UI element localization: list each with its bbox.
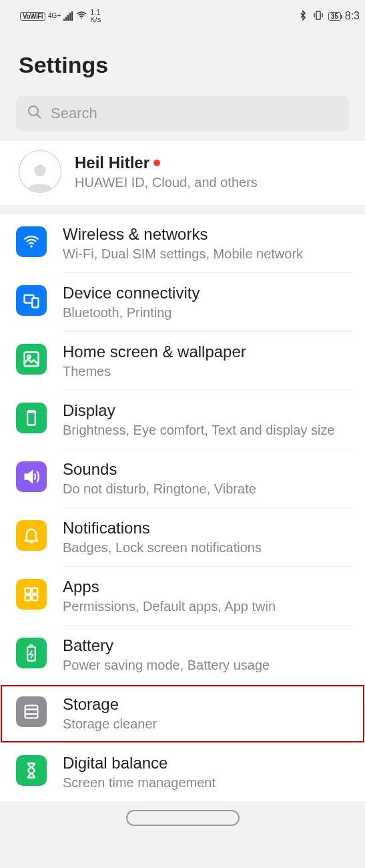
svg-point-8: [27, 355, 31, 359]
account-name: Heil Hitler: [75, 154, 258, 172]
item-sub: Bluetooth, Printing: [63, 305, 353, 320]
hourglass-icon: [16, 755, 47, 786]
search-icon: [27, 104, 43, 123]
vowifi-badge: VoWiFi: [20, 12, 45, 21]
network-indicator: 4G+: [48, 13, 61, 19]
settings-item-storage[interactable]: StorageStorage cleaner: [0, 684, 365, 743]
account-sub: HUAWEI ID, Cloud, and others: [75, 175, 258, 190]
item-body: AppsPermissions, Default apps, App twin: [63, 578, 353, 626]
notification-dot-icon: [153, 160, 160, 166]
item-sub: Do not disturb, Ringtone, Vibrate: [63, 481, 353, 497]
page-title: Settings: [0, 32, 365, 95]
svg-rect-15: [25, 706, 38, 718]
search-bar[interactable]: [16, 95, 349, 132]
status-bar: VoWiFi 4G+ 1.1K/s 35 8:3: [0, 0, 365, 32]
account-text: Heil Hitler HUAWEI ID, Cloud, and others: [75, 154, 258, 190]
item-sub: Brightness, Eye comfort, Text and displa…: [63, 423, 353, 438]
devices-icon: [16, 285, 47, 316]
settings-item-home[interactable]: Home screen & wallpaperThemes: [0, 332, 365, 391]
item-body: Wireless & networksWi-Fi, Dual SIM setti…: [63, 225, 353, 273]
home-pill[interactable]: [126, 810, 240, 826]
search-input[interactable]: [51, 105, 338, 122]
svg-rect-6: [32, 298, 38, 308]
image-icon: [16, 344, 47, 375]
item-title: Battery: [63, 636, 353, 655]
battery-indicator: 35: [328, 12, 341, 21]
svg-rect-14: [27, 647, 35, 661]
item-body: SoundsDo not disturb, Ringtone, Vibrate: [63, 460, 353, 508]
settings-item-battery[interactable]: BatteryPower saving mode, Battery usage: [0, 626, 365, 684]
nav-bar: [0, 801, 365, 835]
status-left: VoWiFi 4G+ 1.1K/s: [20, 9, 101, 23]
wifi-icon: [16, 226, 47, 257]
item-sub: Wi-Fi, Dual SIM settings, Mobile network: [63, 246, 353, 262]
item-sub: Themes: [63, 364, 353, 379]
svg-rect-7: [25, 353, 39, 367]
account-row[interactable]: Heil Hitler HUAWEI ID, Cloud, and others: [0, 141, 365, 205]
section-gap: [0, 205, 365, 214]
sound-icon: [16, 461, 47, 492]
bluetooth-icon: [298, 10, 308, 23]
settings-item-notif[interactable]: NotificationsBadges, Lock screen notific…: [0, 508, 365, 567]
item-title: Storage: [63, 695, 353, 714]
item-body: StorageStorage cleaner: [63, 695, 353, 743]
item-title: Device connectivity: [63, 284, 353, 302]
item-sub: Power saving mode, Battery usage: [63, 658, 353, 673]
grid-icon: [16, 579, 47, 610]
signal-icon: [63, 11, 73, 21]
item-body: BatteryPower saving mode, Battery usage: [63, 636, 353, 684]
avatar: [19, 150, 61, 193]
svg-point-4: [30, 245, 33, 248]
item-sub: Permissions, Default apps, App twin: [63, 599, 353, 614]
svg-rect-13: [32, 595, 37, 600]
item-body: Home screen & wallpaperThemes: [63, 343, 353, 391]
item-body: Device connectivityBluetooth, Printing: [63, 284, 353, 332]
item-sub: Storage cleaner: [63, 716, 353, 732]
settings-item-apps[interactable]: AppsPermissions, Default apps, App twin: [0, 567, 365, 626]
item-title: Digital balance: [63, 754, 353, 773]
item-title: Notifications: [63, 519, 353, 537]
phone-icon: [16, 403, 47, 433]
item-title: Display: [63, 401, 353, 420]
search-container: [0, 95, 365, 141]
battery-icon: [16, 638, 47, 668]
item-title: Wireless & networks: [63, 225, 353, 244]
item-title: Sounds: [63, 460, 353, 479]
item-title: Apps: [63, 578, 353, 596]
bell-icon: [16, 520, 47, 551]
wifi-icon: [75, 9, 87, 23]
svg-point-2: [29, 106, 38, 116]
item-body: NotificationsBadges, Lock screen notific…: [63, 519, 353, 567]
vibrate-icon: [312, 9, 324, 23]
clock: 8:3: [345, 10, 360, 22]
settings-item-wireless[interactable]: Wireless & networksWi-Fi, Dual SIM setti…: [0, 214, 365, 273]
settings-item-display[interactable]: DisplayBrightness, Eye comfort, Text and…: [0, 391, 365, 449]
settings-item-device[interactable]: Device connectivityBluetooth, Printing: [0, 273, 365, 332]
settings-list: Wireless & networksWi-Fi, Dual SIM setti…: [0, 214, 365, 801]
svg-rect-10: [25, 588, 31, 594]
svg-rect-12: [25, 595, 31, 600]
settings-item-sounds[interactable]: SoundsDo not disturb, Ringtone, Vibrate: [0, 449, 365, 508]
item-sub: Screen time management: [63, 775, 353, 791]
item-sub: Badges, Lock screen notifications: [63, 540, 353, 556]
svg-rect-1: [316, 11, 320, 19]
item-title: Home screen & wallpaper: [63, 343, 353, 361]
item-body: DisplayBrightness, Eye comfort, Text and…: [63, 401, 353, 449]
net-speed: 1.1K/s: [90, 9, 101, 23]
svg-point-3: [34, 165, 45, 176]
item-body: Digital balanceScreen time management: [63, 754, 353, 801]
svg-rect-11: [32, 588, 37, 594]
settings-item-digital[interactable]: Digital balanceScreen time management: [0, 743, 365, 801]
status-right: 35 8:3: [298, 9, 360, 23]
svg-point-0: [81, 17, 83, 19]
storage-icon: [16, 696, 47, 727]
